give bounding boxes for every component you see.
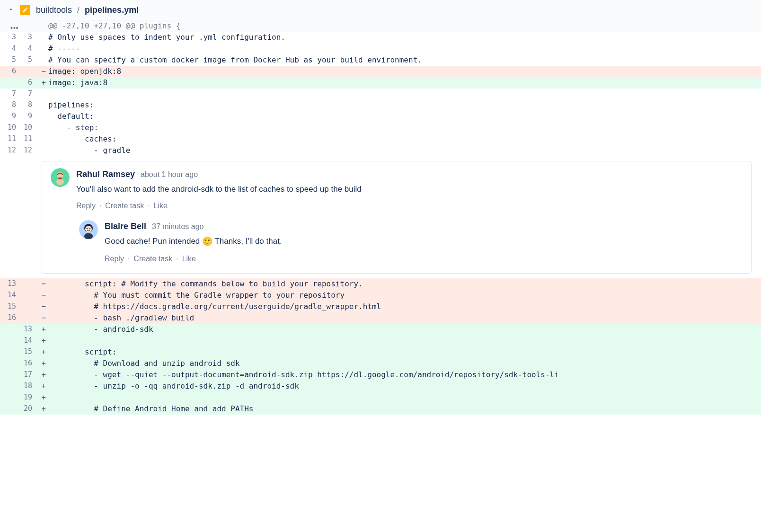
old-line-number xyxy=(0,392,16,403)
reply-button[interactable]: Reply xyxy=(76,200,96,212)
diff-line[interactable]: 33# Only use spaces to indent your .yml … xyxy=(0,32,761,43)
diff-sign xyxy=(39,335,48,346)
comment-author[interactable]: Rahul Ramsey xyxy=(76,168,135,181)
diff-sign xyxy=(39,43,48,54)
new-line-number: 19 xyxy=(16,392,32,403)
new-line-number xyxy=(16,290,32,301)
code-content xyxy=(48,89,761,99)
diff-line[interactable]: 15 script: xyxy=(0,346,761,358)
new-line-number xyxy=(16,278,32,290)
new-line-number: 7 xyxy=(16,89,32,99)
diff-line[interactable]: 14 xyxy=(0,335,761,346)
diff-sign xyxy=(39,122,48,133)
new-line-number: 11 xyxy=(16,133,32,145)
diff-line[interactable]: 99 default: xyxy=(0,111,761,122)
old-line-number: 7 xyxy=(0,89,16,99)
diff-line[interactable]: 14 # You must commit the Gradle wrapper … xyxy=(0,290,761,301)
code-content: - step: xyxy=(48,122,761,133)
diff-line[interactable]: 19 xyxy=(0,392,761,403)
breadcrumb-folder[interactable]: buildtools xyxy=(36,5,72,15)
old-line-number xyxy=(0,403,16,415)
new-line-number: 3 xyxy=(16,32,32,43)
diff-line[interactable]: 55# You can specify a custom docker imag… xyxy=(0,54,761,66)
code-content: # Download and unzip android sdk xyxy=(48,358,761,369)
code-content: script: # Modify the commands below to b… xyxy=(48,278,761,290)
diff-line[interactable]: 16 # Download and unzip android sdk xyxy=(0,358,761,369)
old-line-number xyxy=(0,369,16,381)
diff-line[interactable]: 13 - android-sdk xyxy=(0,324,761,335)
diff-line[interactable]: 6image: openjdk:8 xyxy=(0,66,761,77)
diff-sign xyxy=(39,403,48,415)
breadcrumb-file[interactable]: pipelines.yml xyxy=(85,5,139,15)
diff-sign xyxy=(39,32,48,43)
diff-sign xyxy=(39,290,48,301)
comment-thread: Rahul Ramsey about 1 hour ago You'll als… xyxy=(0,156,761,279)
diff-sign xyxy=(39,381,48,392)
create-task-button[interactable]: Create task xyxy=(133,253,172,265)
code-content: - android-sdk xyxy=(48,324,761,335)
new-line-number: 8 xyxy=(16,99,32,111)
code-content: caches: xyxy=(48,133,761,145)
diff-line[interactable]: 1212 - gradle xyxy=(0,145,761,156)
diff-line[interactable]: 16 - bash ./gradlew build xyxy=(0,312,761,324)
like-button[interactable]: Like xyxy=(154,200,168,212)
old-line-number: 14 xyxy=(0,290,16,301)
hunk-header-text: @@ -27,10 +27,10 @@ plugins { xyxy=(48,20,761,32)
old-line-number xyxy=(0,335,16,346)
code-content: image: java:8 xyxy=(48,77,761,89)
new-line-number: 10 xyxy=(16,122,32,133)
diff-sign xyxy=(39,301,48,312)
diff-line[interactable]: 44# ----- xyxy=(0,43,761,54)
diff-sign xyxy=(39,346,48,358)
old-line-number: 13 xyxy=(0,278,16,290)
breadcrumb: buildtools / pipelines.yml xyxy=(36,5,139,15)
svg-rect-3 xyxy=(58,177,62,179)
new-line-number: 9 xyxy=(16,111,32,122)
diff-line[interactable]: 17 - wget --quiet --output-document=andr… xyxy=(0,369,761,381)
old-line-number: 8 xyxy=(0,99,16,111)
diff-sign xyxy=(39,392,48,403)
diff-line[interactable]: 1111 caches: xyxy=(0,133,761,145)
new-line-number xyxy=(16,312,32,324)
old-line-number xyxy=(0,346,16,358)
new-line-number: 16 xyxy=(16,358,32,369)
reply-button[interactable]: Reply xyxy=(105,253,124,265)
diff-line[interactable]: 77 xyxy=(0,89,761,99)
diff-sign xyxy=(39,145,48,156)
svg-point-8 xyxy=(89,228,90,229)
diff-sign xyxy=(39,89,48,99)
avatar[interactable] xyxy=(79,220,98,239)
code-content: # https://docs.gradle.org/current/usergu… xyxy=(48,301,761,312)
old-line-number: 15 xyxy=(0,301,16,312)
diff-sign xyxy=(39,77,48,89)
code-content: # ----- xyxy=(48,43,761,54)
diff-line[interactable]: 6image: java:8 xyxy=(0,77,761,89)
code-content: - unzip -o -qq android-sdk.zip -d androi… xyxy=(48,381,761,392)
diff-line[interactable]: 15 # https://docs.gradle.org/current/use… xyxy=(0,301,761,312)
create-task-button[interactable]: Create task xyxy=(105,200,144,212)
comment-reply: Blaire Bell 37 minutes ago Good cache! P… xyxy=(79,220,743,265)
new-line-number: 4 xyxy=(16,43,32,54)
diff-line[interactable]: 88pipelines: xyxy=(0,99,761,111)
breadcrumb-separator: / xyxy=(77,5,80,15)
diff-line[interactable]: 20 # Define Android Home and add PATHs xyxy=(0,403,761,415)
new-line-number: 12 xyxy=(16,145,32,156)
diff-sign xyxy=(39,369,48,381)
new-line-number: 14 xyxy=(16,335,32,346)
like-button[interactable]: Like xyxy=(182,253,196,265)
old-line-number: 11 xyxy=(0,133,16,145)
code-content: - bash ./gradlew build xyxy=(48,312,761,324)
comment-text: You'll also want to add the android-sdk … xyxy=(76,184,743,195)
diff-sign xyxy=(39,358,48,369)
more-actions-icon[interactable]: ••• xyxy=(10,24,19,32)
collapse-chevron-icon[interactable] xyxy=(8,6,14,14)
diff-line[interactable]: 13 script: # Modify the commands below t… xyxy=(0,278,761,290)
code-content: default: xyxy=(48,111,761,122)
diff-sign xyxy=(39,111,48,122)
diff-line[interactable]: 1010 - step: xyxy=(0,122,761,133)
new-line-number: 13 xyxy=(16,324,32,335)
diff-line[interactable]: 18 - unzip -o -qq android-sdk.zip -d and… xyxy=(0,381,761,392)
comment-timestamp: 37 minutes ago xyxy=(152,221,204,232)
comment-author[interactable]: Blaire Bell xyxy=(105,220,146,233)
avatar[interactable] xyxy=(51,168,70,187)
